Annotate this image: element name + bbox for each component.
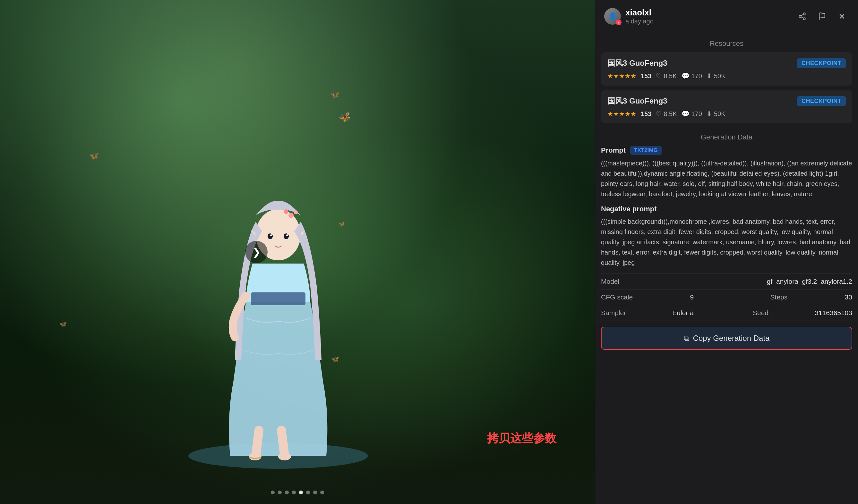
dot-6[interactable]: [306, 490, 310, 494]
resource-card-2: 国风3 GuoFeng3 CHECKPOINT ★★★★★ 153 ♡ 8.5K…: [601, 90, 852, 124]
close-button[interactable]: [835, 9, 849, 23]
gen-data-title: Generation Data: [601, 128, 852, 146]
txt2img-badge: TXT2IMG: [630, 146, 662, 155]
dot-indicators: [271, 490, 324, 494]
cfg-value: 9: [690, 293, 694, 301]
rating-count-1: 153: [641, 72, 651, 80]
prompt-text: (((masterpiece))), (((best quality))), (…: [601, 158, 852, 199]
heart-icon-1: ♡: [656, 72, 662, 80]
rating-count-2: 153: [641, 110, 651, 118]
svg-point-13: [799, 15, 801, 18]
prompt-label: Prompt: [601, 146, 626, 155]
svg-point-12: [803, 13, 805, 15]
dot-8[interactable]: [320, 490, 324, 494]
comments-1: 💬 170: [682, 72, 702, 80]
svg-point-5: [284, 209, 288, 214]
neg-prompt-label: Negative prompt: [601, 205, 852, 213]
svg-point-11: [278, 453, 291, 460]
resource-name-2: 国风3 GuoFeng3: [607, 96, 667, 106]
flag-button[interactable]: [815, 9, 829, 23]
prompt-row: Prompt TXT2IMG: [601, 146, 852, 155]
sampler-value: Euler a: [672, 309, 694, 317]
stars-1: ★★★★★: [607, 72, 636, 80]
comment-icon-1: 💬: [682, 72, 689, 80]
svg-point-8: [270, 234, 272, 236]
time-ago: a day ago: [625, 18, 654, 25]
header-actions: [795, 9, 849, 23]
dot-2[interactable]: [278, 490, 282, 494]
butterfly-5: 🦋: [331, 355, 339, 363]
steps-value: 30: [845, 293, 852, 301]
nav-arrow-right[interactable]: ❯: [245, 241, 268, 263]
butterfly-2: 🦋: [331, 91, 339, 99]
checkpoint-badge-1[interactable]: CHECKPOINT: [797, 58, 846, 68]
heart-icon-2: ♡: [656, 110, 662, 118]
seed-value: 3116365103: [815, 309, 852, 317]
sampler-label: Sampler: [601, 309, 626, 317]
steps-label: Steps: [770, 293, 788, 301]
svg-point-6: [268, 233, 273, 239]
downloads-2: ⬇ 50K: [706, 110, 726, 118]
chinese-text-overlay: 拷贝这些参数: [487, 430, 556, 446]
copy-button-label: Copy Generation Data: [693, 334, 770, 343]
download-icon-1: ⬇: [706, 72, 712, 80]
generation-data-section: Generation Data Prompt TXT2IMG (((master…: [595, 128, 858, 321]
copy-icon: ⧉: [684, 334, 689, 343]
user-info: 👤 ♥ xiaolxl a day ago: [604, 8, 654, 25]
resource-stats-1: ★★★★★ 153 ♡ 8.5K 💬 170 ⬇ 50K: [607, 72, 846, 80]
download-icon-2: ⬇: [706, 110, 712, 118]
right-panel: 👤 ♥ xiaolxl a day ago: [595, 0, 858, 504]
likes-1: ♡ 8.5K: [656, 72, 677, 80]
share-button[interactable]: [795, 9, 809, 23]
svg-point-4: [294, 210, 298, 214]
model-label: Model: [601, 278, 619, 285]
resource-stats-2: ★★★★★ 153 ♡ 8.5K 💬 170 ⬇ 50K: [607, 110, 846, 118]
dot-5[interactable]: [299, 490, 303, 494]
butterfly-4: 🦋: [59, 321, 66, 328]
resource-card-1: 国风3 GuoFeng3 CHECKPOINT ★★★★★ 153 ♡ 8.5K…: [601, 52, 852, 86]
avatar: 👤 ♥: [604, 8, 621, 25]
resource-name-1: 国风3 GuoFeng3: [607, 58, 667, 68]
seed-label: Seed: [753, 309, 768, 317]
likes-2: ♡ 8.5K: [656, 110, 677, 118]
neg-prompt-text: (((simple background))),monochrome ,lowr…: [601, 216, 852, 268]
stars-2: ★★★★★: [607, 110, 636, 118]
avatar-badge: ♥: [616, 19, 621, 25]
sampler-seed-row: Sampler Euler a Seed 3116365103: [601, 305, 852, 321]
svg-point-14: [803, 18, 805, 20]
user-details: xiaolxl a day ago: [625, 8, 654, 25]
resources-section-title: Resources: [595, 33, 858, 52]
svg-point-7: [284, 233, 289, 239]
checkpoint-badge-2[interactable]: CHECKPOINT: [797, 96, 846, 106]
username[interactable]: xiaolxl: [625, 8, 654, 18]
svg-point-10: [249, 453, 261, 460]
svg-point-3: [288, 213, 293, 218]
butterfly-6: 🦋: [338, 221, 345, 227]
model-value: gf_anylora_gf3.2_anylora1.2: [767, 278, 852, 285]
dot-3[interactable]: [285, 490, 289, 494]
comments-2: 💬 170: [682, 110, 702, 118]
cfg-steps-row: CFG scale 9 Steps 30: [601, 289, 852, 305]
downloads-1: ⬇ 50K: [706, 72, 726, 80]
comment-icon-2: 💬: [682, 110, 689, 118]
panel-header: 👤 ♥ xiaolxl a day ago: [595, 0, 858, 33]
butterfly-3: 🦋: [89, 151, 99, 160]
copy-generation-data-button[interactable]: ⧉ Copy Generation Data: [601, 327, 852, 350]
svg-rect-1: [251, 292, 305, 305]
dot-4[interactable]: [292, 490, 296, 494]
dot-7[interactable]: [313, 490, 317, 494]
image-area: 🦋 🦋 🦋 🦋 🦋 🦋 拷贝这些参数 ❯: [0, 0, 595, 504]
panel-body: Resources 国风3 GuoFeng3 CHECKPOINT ★★★★★ …: [595, 33, 858, 504]
svg-line-15: [801, 17, 803, 18]
svg-line-16: [801, 14, 803, 16]
svg-point-9: [286, 234, 288, 236]
dot-1[interactable]: [271, 490, 275, 494]
cfg-label: CFG scale: [601, 293, 633, 301]
copy-button-wrapper: ⧉ Copy Generation Data: [595, 321, 858, 357]
butterfly-1: 🦋: [337, 109, 353, 125]
model-param-row: Model gf_anylora_gf3.2_anylora1.2: [601, 274, 852, 289]
